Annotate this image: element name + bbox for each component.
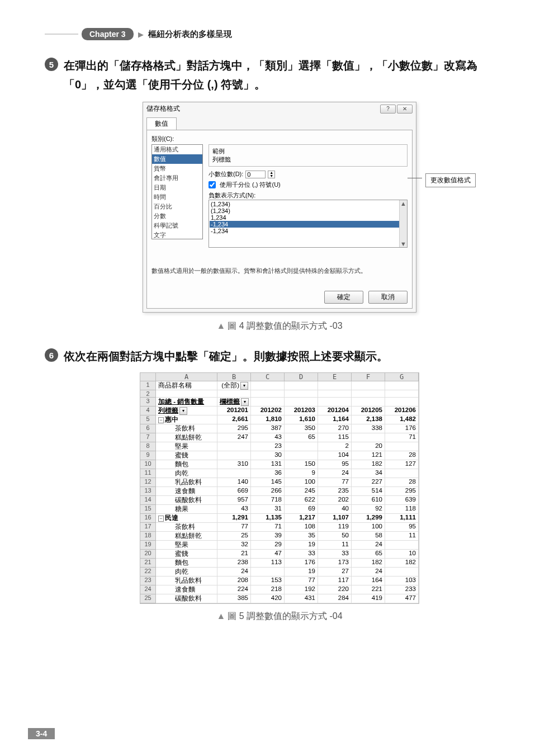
cell[interactable]: 10	[385, 550, 419, 559]
cell[interactable]: 58	[352, 532, 385, 541]
cell[interactable]	[385, 541, 419, 550]
cell[interactable]: 速食麵	[156, 585, 217, 594]
cell[interactable]	[318, 398, 352, 407]
cell[interactable]: 295	[385, 487, 419, 496]
row-header[interactable]: 5	[140, 415, 156, 424]
cell[interactable]: 乳品飲料	[156, 577, 217, 585]
negative-format-item[interactable]: 1,234	[210, 214, 406, 221]
cell[interactable]: 103	[385, 577, 419, 585]
cell[interactable]: 65	[352, 550, 385, 559]
cell[interactable]: 270	[318, 424, 352, 433]
cell[interactable]	[251, 568, 285, 577]
negative-format-item[interactable]: (1,234)	[210, 201, 406, 207]
cell[interactable]	[217, 469, 251, 478]
cell[interactable]: 1,164	[318, 415, 352, 424]
cell[interactable]: 115	[318, 433, 352, 442]
cell[interactable]: 25	[217, 532, 251, 541]
cell[interactable]: 477	[385, 594, 419, 603]
row-header[interactable]: 3	[140, 398, 156, 407]
cell[interactable]: 131	[251, 460, 285, 469]
cell[interactable]: 127	[385, 460, 419, 469]
cell[interactable]: 19	[285, 541, 318, 550]
cell[interactable]: 列標籤▾	[156, 407, 217, 415]
category-item[interactable]: 貨幣	[152, 164, 202, 173]
cell[interactable]: 36	[251, 469, 285, 478]
cell[interactable]: 2,661	[217, 415, 251, 424]
cell[interactable]: 28	[385, 451, 419, 460]
cell[interactable]: 33	[285, 550, 318, 559]
cell[interactable]: 69	[285, 505, 318, 514]
cell[interactable]	[217, 442, 251, 451]
cell[interactable]: 233	[385, 585, 419, 594]
cell[interactable]	[217, 451, 251, 460]
cell[interactable]: 420	[251, 594, 285, 603]
cell[interactable]: 24	[318, 469, 352, 478]
cell[interactable]: 2	[318, 442, 352, 451]
column-header[interactable]: C	[251, 373, 285, 381]
row-header[interactable]: 2	[140, 390, 156, 398]
dropdown-icon[interactable]: ▾	[240, 382, 248, 390]
row-header[interactable]: 14	[140, 496, 156, 505]
dropdown-icon[interactable]: ▾	[241, 398, 249, 406]
cell[interactable]: 71	[385, 433, 419, 442]
row-header[interactable]: 19	[140, 541, 156, 550]
row-header[interactable]: 13	[140, 487, 156, 496]
help-icon[interactable]: ?	[380, 105, 396, 114]
row-header[interactable]: 10	[140, 460, 156, 469]
cell[interactable]: 28	[385, 478, 419, 487]
cell[interactable]: 192	[285, 585, 318, 594]
cell[interactable]: 238	[217, 559, 251, 568]
category-item[interactable]: 通用格式	[152, 145, 202, 154]
cell[interactable]: 50	[318, 532, 352, 541]
cell[interactable]: 310	[217, 460, 251, 469]
cell[interactable]: 153	[251, 577, 285, 585]
cell[interactable]: 乳品飲料	[156, 478, 217, 487]
cell[interactable]: 338	[352, 424, 385, 433]
cell[interactable]: 119	[318, 523, 352, 532]
cell[interactable]: 35	[285, 532, 318, 541]
cell[interactable]: 32	[217, 541, 251, 550]
cell[interactable]: 227	[352, 478, 385, 487]
cell[interactable]: 商品群名稱	[156, 381, 217, 390]
cell[interactable]: 24	[352, 568, 385, 577]
cell[interactable]	[156, 390, 217, 398]
cell[interactable]: 1,291	[217, 514, 251, 523]
cell[interactable]: 77	[318, 478, 352, 487]
cell[interactable]	[352, 398, 385, 407]
cell[interactable]: 肉乾	[156, 469, 217, 478]
cell[interactable]: 19	[285, 568, 318, 577]
cell[interactable]: 34	[352, 469, 385, 478]
cell[interactable]	[217, 390, 251, 398]
row-header[interactable]: 18	[140, 532, 156, 541]
cell[interactable]	[385, 469, 419, 478]
cell[interactable]: 220	[318, 585, 352, 594]
cell[interactable]: 176	[285, 559, 318, 568]
cell[interactable]: 77	[217, 523, 251, 532]
cell[interactable]: 718	[251, 496, 285, 505]
column-header[interactable]: F	[352, 373, 385, 381]
row-header[interactable]: 6	[140, 424, 156, 433]
negative-format-item[interactable]: (1,234)	[210, 207, 406, 214]
cell[interactable]: 639	[385, 496, 419, 505]
cell[interactable]: 24	[352, 541, 385, 550]
cell[interactable]: 235	[318, 487, 352, 496]
cell[interactable]	[352, 390, 385, 398]
cell[interactable]: 140	[217, 478, 251, 487]
cell[interactable]: 71	[251, 523, 285, 532]
category-item[interactable]: 文字	[152, 230, 202, 239]
cell[interactable]: 堅果	[156, 541, 217, 550]
cell[interactable]: 加總 - 銷售數量	[156, 398, 217, 407]
cell[interactable]: 39	[251, 532, 285, 541]
cell[interactable]: 1,217	[285, 514, 318, 523]
cell[interactable]: 29	[251, 541, 285, 550]
cell[interactable]: 堅果	[156, 442, 217, 451]
column-header[interactable]: E	[318, 373, 352, 381]
cell[interactable]: 224	[217, 585, 251, 594]
cell[interactable]: 2,138	[352, 415, 385, 424]
cell[interactable]: 1,107	[318, 514, 352, 523]
cell[interactable]: 100	[352, 523, 385, 532]
cell[interactable]: 164	[352, 577, 385, 585]
cell[interactable]: 蜜餞	[156, 451, 217, 460]
cell[interactable]: 27	[318, 568, 352, 577]
cell[interactable]	[385, 568, 419, 577]
